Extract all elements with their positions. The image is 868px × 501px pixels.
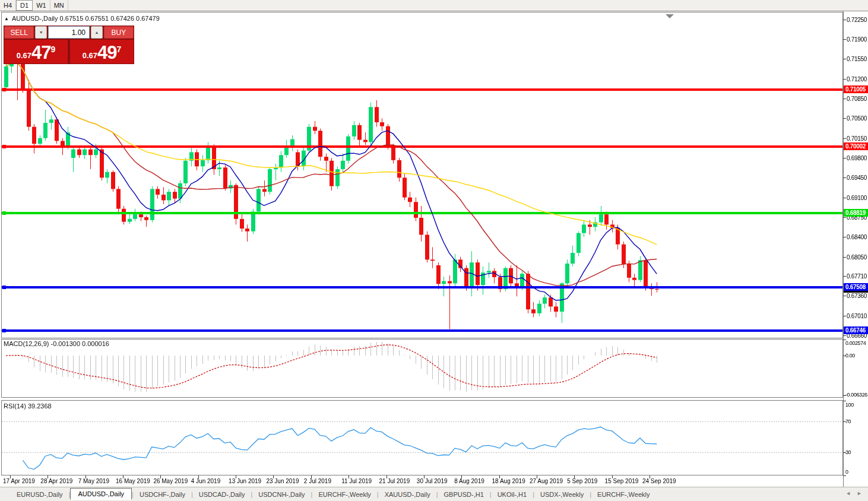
- price-tick-label: 0.67710: [847, 273, 868, 280]
- price-level-badge: 0.68819: [844, 209, 868, 217]
- bid-pip-digit: 9: [51, 45, 56, 53]
- tab-eurchf-weekly[interactable]: EURCHF-,Weekly: [312, 489, 376, 500]
- tab-usdx-weekly[interactable]: USDX-,Weekly: [534, 489, 590, 500]
- date-tick-label: 8 Aug 2019: [454, 478, 484, 484]
- timeframe-w1-button[interactable]: W1: [33, 0, 50, 11]
- tab-usdchf-daily[interactable]: USDCHF-,Daily: [134, 489, 191, 500]
- price-tick-label: 0.70150: [847, 135, 868, 142]
- tabs-scroll-left-button[interactable]: ◄: [845, 490, 851, 496]
- price-tick-label: 0.68050: [847, 254, 868, 261]
- trade-controls-row: SELL ▼ ▲ BUY: [4, 26, 134, 39]
- price-level-badge: 0.70002: [844, 142, 868, 150]
- chart-title: ▲ AUDUSD-,Daily 0.67515 0.67551 0.67426 …: [4, 15, 160, 22]
- bid-main-digits: 47: [31, 43, 50, 62]
- date-tick-label: 27 Aug 2019: [530, 478, 563, 484]
- date-tick-label: 5 Sep 2019: [567, 478, 597, 484]
- date-tick-label: 13 Jun 2019: [229, 478, 261, 484]
- rsi-tick-label: 100: [845, 402, 868, 408]
- price-tick-label: 0.70500: [847, 115, 868, 122]
- timeframe-d1-button[interactable]: D1: [16, 0, 33, 11]
- date-tick-label: 16 May 2019: [116, 478, 150, 484]
- tab-eurusd-daily[interactable]: EURUSD-,Daily: [11, 489, 69, 500]
- tab-eurchf-weekly[interactable]: EURCHF-,Weekly: [591, 489, 655, 500]
- price-level-badge: 0.71005: [844, 85, 868, 93]
- tab-audusd-daily[interactable]: AUDUSD-,Daily: [70, 488, 132, 500]
- date-tick-label: 18 Aug 2019: [492, 478, 525, 484]
- price-tick-label: 0.67360: [847, 293, 868, 299]
- macd-tick-label: 0.002574: [845, 340, 868, 346]
- price-tick-label: 0.68400: [847, 234, 868, 240]
- symbol-arrow-icon: ▲: [4, 16, 9, 21]
- price-level-badge: 0.67508: [844, 283, 868, 291]
- timeframe-h4-button[interactable]: H4: [0, 0, 16, 11]
- timeframe-buttons: H4D1W1MN: [0, 0, 68, 11]
- date-tick-label: 28 Apr 2019: [40, 478, 72, 484]
- price-chart-canvas[interactable]: [0, 11, 868, 487]
- tabbar-scroll-arrows: ◄ ►: [845, 490, 862, 496]
- price-tick-label: 0.71550: [847, 56, 868, 62]
- macd-indicator-label: MACD(12,26,9) -0.001300 0.000016: [4, 340, 109, 347]
- chevron-down-icon: ▼: [39, 30, 43, 34]
- chevron-up-icon: ▲: [94, 30, 99, 34]
- price-tick-label: 0.69800: [847, 155, 868, 161]
- date-tick-label: 2 Jul 2019: [304, 478, 331, 484]
- sell-button[interactable]: SELL: [4, 26, 34, 39]
- macd-tick-label: 0.00: [845, 353, 868, 359]
- date-tick-label: 15 Sep 2019: [605, 478, 639, 484]
- macd-tick-label: -0.006326: [845, 392, 868, 398]
- rsi-indicator-label: RSI(14) 39.2368: [4, 402, 52, 410]
- timeframe-mn-button[interactable]: MN: [50, 0, 68, 11]
- tabs-scroll-right-button[interactable]: ►: [857, 490, 862, 496]
- price-tick-label: 0.67010: [847, 313, 868, 319]
- date-tick-label: 26 May 2019: [153, 478, 188, 484]
- price-tick-label: 0.69450: [847, 175, 868, 181]
- date-tick-label: 7 May 2019: [78, 478, 109, 484]
- buy-button[interactable]: BUY: [104, 26, 134, 39]
- tab-xauusd-daily[interactable]: XAUUSD-,Daily: [379, 489, 436, 500]
- chart-tabs: EURUSD-,Daily|AUDUSD-,Daily|USDCHF-,Dail…: [11, 489, 655, 500]
- date-tick-label: 30 Jul 2019: [417, 478, 448, 484]
- trade-prices-row: 0.67479 0.67497: [4, 40, 134, 64]
- tab-usdcad-daily[interactable]: USDCAD-,Daily: [193, 489, 251, 500]
- rsi-tick-label: 30: [845, 449, 868, 455]
- date-tick-label: 17 Apr 2019: [3, 478, 35, 484]
- tab-usdcnh-daily[interactable]: USDCNH-,Daily: [252, 489, 311, 500]
- volume-down-button[interactable]: ▼: [35, 26, 47, 39]
- tab-gbpusd-h1[interactable]: GBPUSD-,H1: [438, 489, 490, 500]
- ask-prefix: 0.67: [83, 50, 97, 62]
- price-tick-label: 0.71900: [847, 36, 868, 43]
- tab-ukoil-h1[interactable]: UKOil-,H1: [492, 489, 533, 500]
- price-level-badge: 0.66746: [844, 326, 868, 334]
- chart-tabbar: EURUSD-,Daily|AUDUSD-,Daily|USDCHF-,Dail…: [0, 487, 868, 501]
- price-tick-label: 0.72250: [847, 17, 868, 23]
- date-tick-label: 11 Jul 2019: [341, 478, 372, 484]
- chart-window: ▲ AUDUSD-,Daily 0.67515 0.67551 0.67426 …: [0, 11, 868, 487]
- rsi-tick-label: 70: [845, 418, 868, 424]
- date-tick-label: 4 Jun 2019: [191, 478, 221, 484]
- one-click-trading-panel: SELL ▼ ▲ BUY 0.67479 0.67497: [4, 26, 134, 64]
- rsi-tick-label: 0: [845, 469, 868, 475]
- ask-main-digits: 49: [97, 43, 116, 62]
- bid-prefix: 0.67: [17, 50, 31, 62]
- price-tick-label: 0.69100: [847, 195, 868, 201]
- date-tick-label: 24 Sep 2019: [642, 478, 676, 484]
- ask-price-panel[interactable]: 0.67497: [70, 40, 134, 64]
- price-tick-label: 0.70850: [847, 96, 868, 102]
- timeframe-toolbar: H4D1W1MN: [0, 0, 868, 11]
- ask-pip-digit: 7: [117, 45, 122, 53]
- price-tick-label: 0.71200: [847, 76, 868, 83]
- bid-price-panel[interactable]: 0.67479: [4, 40, 68, 64]
- chart-title-text: AUDUSD-,Daily 0.67515 0.67551 0.67426 0.…: [12, 15, 160, 22]
- date-tick-label: 23 Jun 2019: [266, 478, 299, 484]
- volume-input[interactable]: [48, 26, 90, 39]
- volume-up-button[interactable]: ▲: [91, 26, 103, 39]
- date-tick-label: 21 Jul 2019: [379, 478, 410, 484]
